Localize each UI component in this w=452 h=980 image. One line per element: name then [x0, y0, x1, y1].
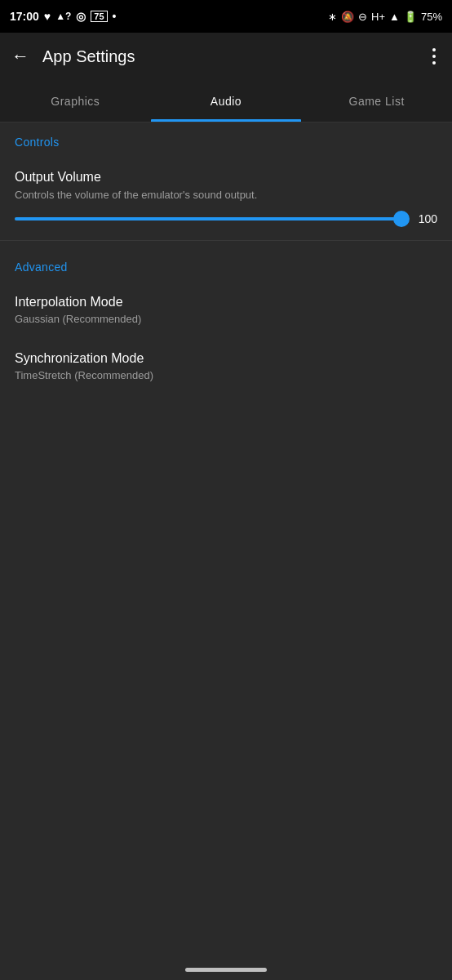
output-volume-title: Output Volume	[15, 170, 437, 185]
status-bar: 17:00 ♥ ▲? ◎ 75 • ∗ 🔕 ⊖ H+ ▲ 🔋 75%	[0, 0, 452, 33]
output-volume-desc: Controls the volume of the emulator's so…	[15, 188, 437, 203]
back-button[interactable]: ←	[11, 46, 29, 67]
minus-circle-icon: ⊖	[358, 11, 367, 23]
network-type: H+	[371, 11, 385, 23]
controls-section: Controls Output Volume Controls the volu…	[0, 122, 452, 240]
tab-graphics[interactable]: Graphics	[0, 80, 151, 122]
status-left: 17:00 ♥ ▲? ◎ 75 •	[10, 10, 117, 23]
location-icon: ◎	[76, 10, 86, 23]
signal-bars: ▲	[389, 11, 400, 23]
synchronization-mode-value: TimeStretch (Recommended)	[15, 369, 437, 381]
synchronization-mode-title: Synchronization Mode	[15, 351, 437, 366]
heart-icon: ♥	[44, 10, 51, 23]
battery-percent: 75%	[421, 11, 442, 23]
time-display: 17:00	[10, 10, 39, 23]
mute-icon: 🔕	[341, 11, 354, 23]
volume-slider-value: 100	[411, 212, 437, 225]
wifi-icon: ▲?	[55, 11, 71, 22]
output-volume-item: Output Volume Controls the volume of the…	[15, 158, 437, 240]
advanced-section-title: Advanced	[15, 261, 437, 274]
bluetooth-icon: ∗	[328, 11, 337, 23]
page-title: App Settings	[42, 47, 414, 66]
status-right: ∗ 🔕 ⊖ H+ ▲ 🔋 75%	[328, 11, 442, 23]
bottom-nav-indicator	[185, 968, 267, 972]
interpolation-mode-value: Gaussian (Recommended)	[15, 313, 437, 325]
badge-icon: 75	[91, 11, 107, 22]
controls-section-title: Controls	[15, 136, 437, 149]
more-icon	[428, 45, 441, 68]
app-bar: ← App Settings	[0, 33, 452, 80]
interpolation-mode-item[interactable]: Interpolation Mode Gaussian (Recommended…	[15, 283, 437, 336]
tab-game-list[interactable]: Game List	[301, 80, 452, 122]
tab-bar: Graphics Audio Game List	[0, 80, 452, 122]
back-icon: ←	[11, 46, 29, 67]
volume-slider-fill	[15, 217, 401, 220]
advanced-section: Advanced Interpolation Mode Gaussian (Re…	[0, 241, 452, 393]
dot-icon: •	[113, 10, 117, 23]
interpolation-mode-title: Interpolation Mode	[15, 295, 437, 310]
synchronization-mode-item[interactable]: Synchronization Mode TimeStretch (Recomm…	[15, 340, 437, 393]
tab-audio[interactable]: Audio	[151, 80, 302, 122]
volume-slider-track	[15, 217, 401, 220]
more-options-button[interactable]	[428, 45, 441, 68]
volume-slider-container: 100	[15, 212, 437, 229]
battery-icon: 🔋	[404, 11, 417, 23]
volume-slider-thumb[interactable]	[393, 211, 410, 227]
content-area: Controls Output Volume Controls the volu…	[0, 122, 452, 980]
